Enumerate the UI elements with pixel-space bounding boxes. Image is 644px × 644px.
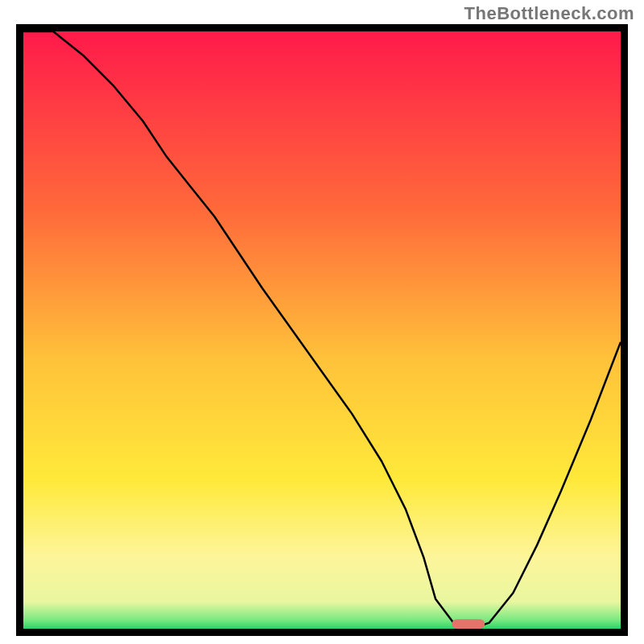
gradient-background: [23, 31, 621, 629]
bottleneck-chart: [0, 0, 644, 644]
watermark-text: TheBottleneck.com: [464, 3, 634, 24]
optimal-marker: [452, 619, 485, 629]
chart-container: TheBottleneck.com: [0, 0, 644, 644]
